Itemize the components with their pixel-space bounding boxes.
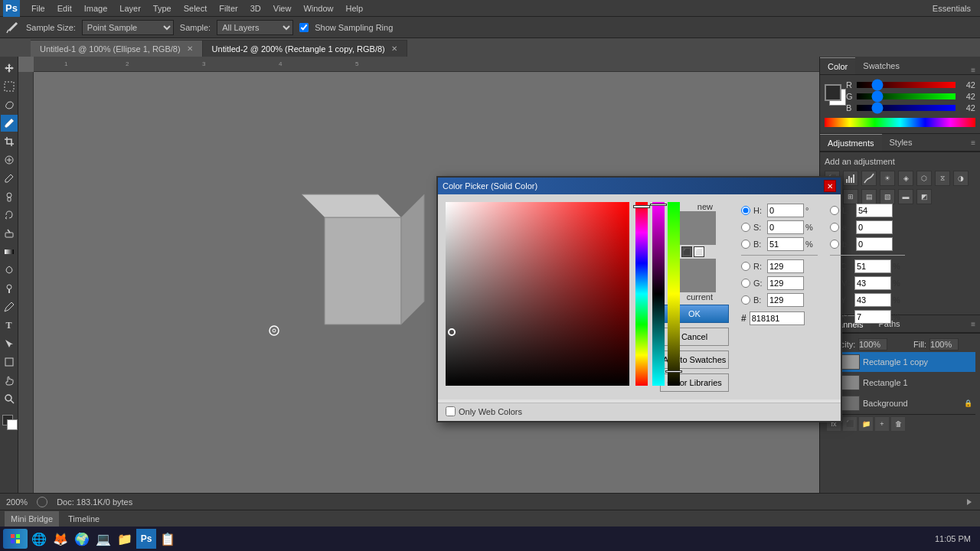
menu-view[interactable]: View [268, 2, 297, 15]
menu-edit[interactable]: Edit [52, 2, 77, 15]
tab-color[interactable]: Color [820, 57, 855, 74]
show-sampling-ring-checkbox[interactable] [299, 23, 309, 32]
pen-tool[interactable] [1, 298, 18, 315]
m-input[interactable] [854, 276, 891, 290]
move-tool[interactable] [1, 60, 18, 77]
menu-type[interactable]: Type [148, 2, 177, 15]
foreground-color-icon[interactable]: ⬛ [681, 246, 692, 257]
layer-item-2[interactable]: 👁 Background 🔒 [825, 393, 975, 413]
clone-stamp-tool[interactable] [1, 188, 18, 205]
adj-panel-menu-icon[interactable]: ≡ [971, 134, 980, 151]
taskbar-misc-icon[interactable]: 📋 [158, 529, 178, 549]
mini-bridge-tab[interactable]: Mini Bridge [5, 511, 59, 527]
l-input[interactable] [856, 204, 893, 217]
b2-radio[interactable] [741, 295, 750, 305]
healing-tool[interactable] [1, 152, 18, 168]
b-radio[interactable] [741, 240, 750, 249]
taskbar-windows-icon[interactable]: 💻 [93, 529, 113, 549]
new-group-button[interactable]: 📁 [859, 417, 873, 431]
hue-handle[interactable] [633, 205, 650, 208]
type-tool[interactable]: T [1, 317, 18, 334]
menu-window[interactable]: Window [298, 2, 338, 15]
b3-radio[interactable] [830, 240, 839, 249]
vibrance-icon[interactable]: ◈ [898, 171, 913, 186]
menu-3d[interactable]: 3D [245, 2, 266, 15]
eraser-tool[interactable] [1, 225, 18, 242]
val-handle[interactable] [665, 370, 682, 373]
only-web-colors-checkbox[interactable] [446, 406, 456, 416]
menu-layer[interactable]: Layer [114, 2, 146, 15]
blur-tool[interactable] [1, 262, 18, 279]
exposure-icon[interactable]: ☀ [880, 171, 895, 186]
r-input[interactable] [767, 259, 804, 273]
color-balance-icon[interactable]: ⧖ [935, 171, 950, 186]
eyedropper-tool[interactable] [1, 115, 18, 132]
k-input[interactable] [854, 310, 891, 324]
add-mask-button[interactable]: ⬛ [843, 417, 857, 431]
fill-input[interactable] [929, 338, 959, 350]
taskbar-firefox-icon[interactable]: 🦊 [51, 529, 70, 549]
menu-file[interactable]: File [26, 2, 51, 15]
sample-size-select[interactable]: Point Sample [82, 20, 174, 35]
tab-close-2[interactable]: ✕ [391, 44, 397, 53]
bw-icon[interactable]: ◑ [953, 171, 969, 186]
levels-icon[interactable] [843, 171, 858, 186]
b3-input[interactable] [856, 237, 893, 251]
curves-icon[interactable] [861, 171, 877, 186]
r-radio[interactable] [741, 262, 750, 271]
r-slider[interactable] [857, 82, 956, 88]
hand-tool[interactable] [1, 372, 18, 389]
marquee-tool[interactable] [1, 78, 18, 95]
lasso-tool[interactable] [1, 96, 18, 113]
start-button[interactable] [3, 529, 28, 549]
taskbar-ie-icon[interactable]: 🌐 [29, 529, 49, 549]
a-radio[interactable] [830, 223, 839, 232]
essentials-label[interactable]: Essentials [933, 4, 977, 13]
document-tab-1[interactable]: Untitled-1 @ 100% (Ellipse 1, RGB/8) ✕ [31, 40, 203, 57]
sat-handle[interactable] [650, 204, 667, 206]
g-slider[interactable] [857, 93, 956, 99]
menu-select[interactable]: Select [178, 2, 213, 15]
crop-tool[interactable] [1, 133, 18, 150]
panel-menu-icon[interactable]: ≡ [971, 66, 980, 74]
selective-color-icon[interactable]: ◩ [916, 189, 932, 204]
h-radio[interactable] [741, 206, 750, 215]
document-tab-2[interactable]: Untitled-2 @ 200% (Rectangle 1 copy, RGB… [203, 40, 407, 57]
b2-input[interactable] [767, 293, 804, 307]
shape-tool[interactable] [1, 354, 18, 370]
dodge-tool[interactable] [1, 280, 18, 297]
menu-help[interactable]: Help [341, 2, 369, 15]
taskbar-photoshop-icon[interactable]: Ps [136, 529, 156, 549]
taskbar-chrome-icon[interactable]: 🌍 [72, 529, 92, 549]
h-input[interactable] [767, 204, 804, 217]
color-gradient-square[interactable] [446, 202, 629, 386]
menu-filter[interactable]: Filter [214, 2, 243, 15]
menu-image[interactable]: Image [79, 2, 113, 15]
brush-tool[interactable] [1, 170, 18, 187]
sample-select[interactable]: All Layers [217, 20, 293, 35]
zoom-tool[interactable] [1, 390, 18, 407]
spectrum-bar[interactable] [825, 118, 975, 127]
fg-color-swatch[interactable] [1, 413, 18, 430]
taskbar-folder-icon[interactable]: 📁 [115, 529, 135, 549]
hue-sat-icon[interactable]: ⬡ [916, 171, 932, 186]
fg-bg-swatches[interactable] [825, 84, 841, 109]
b-input[interactable] [767, 237, 804, 251]
timeline-tab[interactable]: Timeline [62, 511, 106, 527]
tab-close-1[interactable]: ✕ [187, 44, 193, 53]
history-brush-tool[interactable] [1, 207, 18, 223]
y-input[interactable] [854, 293, 891, 307]
new-layer-button[interactable]: + [875, 417, 889, 431]
background-color-icon[interactable]: ⬜ [694, 246, 704, 257]
a-input[interactable] [856, 220, 893, 234]
hex-input[interactable] [750, 311, 805, 325]
value-strip[interactable] [668, 202, 680, 386]
s-radio[interactable] [741, 223, 750, 232]
c-input[interactable] [854, 259, 891, 273]
g-radio[interactable] [741, 279, 750, 288]
hue-slider[interactable] [635, 202, 648, 386]
l-radio[interactable] [830, 206, 839, 215]
color-picker-close-button[interactable]: ✕ [824, 180, 836, 192]
b-slider[interactable] [857, 105, 956, 111]
saturation-strip[interactable] [652, 202, 665, 386]
